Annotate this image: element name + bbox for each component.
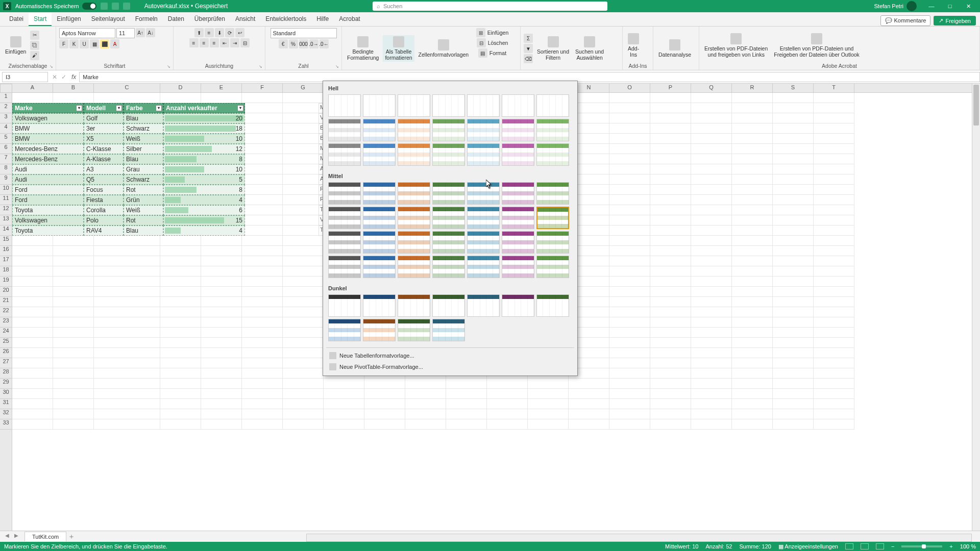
cell[interactable] — [242, 307, 283, 317]
table-style-thumb[interactable] — [432, 119, 465, 141]
cell[interactable] — [773, 399, 814, 409]
column-header[interactable]: F — [242, 84, 283, 92]
cell[interactable] — [814, 236, 854, 246]
cell[interactable] — [53, 419, 94, 430]
cell[interactable] — [732, 317, 773, 328]
cell[interactable] — [12, 419, 53, 430]
cell[interactable] — [814, 419, 854, 430]
row-header[interactable]: 23 — [0, 317, 12, 328]
table-style-thumb[interactable] — [328, 143, 361, 166]
cell[interactable] — [446, 389, 487, 399]
cancel-formula-icon[interactable]: ✕ — [50, 73, 59, 81]
table-style-thumb[interactable] — [328, 319, 361, 341]
cell[interactable] — [732, 368, 773, 379]
cell[interactable] — [160, 338, 201, 348]
comments-button[interactable]: 💬 Kommentare — [880, 15, 930, 26]
sheet-nav-next[interactable]: ▶ — [12, 533, 20, 541]
font-name-select[interactable]: Aptos Narrow — [59, 28, 115, 38]
cell[interactable] — [773, 154, 814, 164]
display-settings-button[interactable]: ▦ Anzeigeeinstellungen — [778, 543, 838, 550]
tab-start[interactable]: Start — [29, 13, 52, 26]
cell[interactable] — [609, 328, 650, 338]
cell[interactable] — [609, 185, 650, 195]
cell[interactable] — [283, 409, 324, 419]
table-style-thumb[interactable] — [363, 182, 396, 205]
table-cell[interactable]: Fiesta — [84, 195, 124, 205]
table-header[interactable]: Marke▾ — [12, 103, 84, 113]
table-style-thumb[interactable] — [467, 207, 500, 229]
table-cell[interactable]: Polo — [84, 215, 124, 226]
cell[interactable] — [242, 389, 283, 399]
row-headers[interactable]: 1234567891011121314151617181920212223242… — [0, 93, 12, 531]
table-style-thumb[interactable] — [502, 182, 534, 205]
cell[interactable] — [53, 389, 94, 399]
table-cell[interactable]: Schwarz — [124, 174, 163, 185]
table-style-thumb[interactable] — [467, 119, 500, 141]
table-cell[interactable]: Toyota — [12, 205, 84, 215]
table-style-thumb[interactable] — [536, 182, 569, 205]
cell[interactable] — [160, 368, 201, 379]
cell[interactable] — [773, 338, 814, 348]
cell[interactable] — [814, 379, 854, 389]
row-header[interactable]: 17 — [0, 256, 12, 266]
cell[interactable] — [732, 389, 773, 399]
column-header[interactable]: A — [12, 84, 53, 92]
cell[interactable] — [814, 226, 854, 236]
font-size-select[interactable]: 11 — [116, 28, 135, 38]
tab-ansicht[interactable]: Ansicht — [230, 13, 260, 26]
cell[interactable] — [242, 154, 283, 164]
cell[interactable] — [650, 266, 691, 277]
cell[interactable] — [160, 317, 201, 328]
cell[interactable] — [773, 328, 814, 338]
cell[interactable] — [773, 134, 814, 144]
cell[interactable] — [609, 358, 650, 368]
cell[interactable] — [242, 328, 283, 338]
table-style-thumb[interactable] — [432, 143, 465, 166]
format-as-table-button[interactable]: Als Tabelle formatieren — [383, 35, 414, 62]
cell[interactable] — [773, 277, 814, 287]
row-header[interactable]: 18 — [0, 266, 12, 277]
cell[interactable] — [160, 266, 201, 277]
row-header[interactable]: 14 — [0, 226, 12, 236]
table-cell[interactable]: 4 — [163, 226, 245, 236]
cell[interactable] — [814, 297, 854, 307]
table-style-thumb[interactable] — [536, 119, 569, 141]
cell[interactable] — [609, 134, 650, 144]
paste-button[interactable]: Einfügen — [3, 35, 28, 56]
cell[interactable] — [773, 348, 814, 358]
cell[interactable] — [12, 236, 53, 246]
cell[interactable] — [53, 236, 94, 246]
table-cell[interactable]: Volkswagen — [12, 215, 84, 226]
cell[interactable] — [691, 409, 732, 419]
table-cell[interactable]: Focus — [84, 185, 124, 195]
cell[interactable] — [283, 307, 324, 317]
cell[interactable] — [732, 328, 773, 338]
fill-button[interactable]: ▼ — [524, 44, 533, 53]
cell[interactable] — [691, 134, 732, 144]
cell[interactable] — [53, 246, 94, 256]
cell[interactable] — [814, 144, 854, 154]
cell[interactable] — [814, 123, 854, 134]
cell[interactable] — [446, 399, 487, 409]
table-style-thumb[interactable] — [363, 119, 396, 141]
row-header[interactable]: 31 — [0, 399, 12, 409]
cell[interactable] — [242, 215, 283, 226]
cell[interactable] — [650, 338, 691, 348]
cell[interactable] — [12, 379, 53, 389]
row-header[interactable]: 11 — [0, 195, 12, 205]
table-cell[interactable]: 3er — [84, 123, 124, 134]
cell[interactable] — [650, 409, 691, 419]
cell[interactable] — [609, 236, 650, 246]
cell[interactable] — [609, 113, 650, 123]
table-style-thumb[interactable] — [398, 319, 430, 341]
increase-indent-button[interactable]: ⇥ — [230, 38, 239, 47]
cell[interactable] — [773, 93, 814, 103]
cell[interactable] — [12, 399, 53, 409]
cell[interactable] — [773, 215, 814, 226]
cell[interactable] — [487, 389, 528, 399]
cell[interactable] — [773, 409, 814, 419]
cell[interactable] — [773, 256, 814, 266]
new-table-style-button[interactable]: Neue Tabellenformatvorlage... — [326, 350, 574, 361]
cell[interactable] — [691, 297, 732, 307]
cell[interactable] — [242, 358, 283, 368]
